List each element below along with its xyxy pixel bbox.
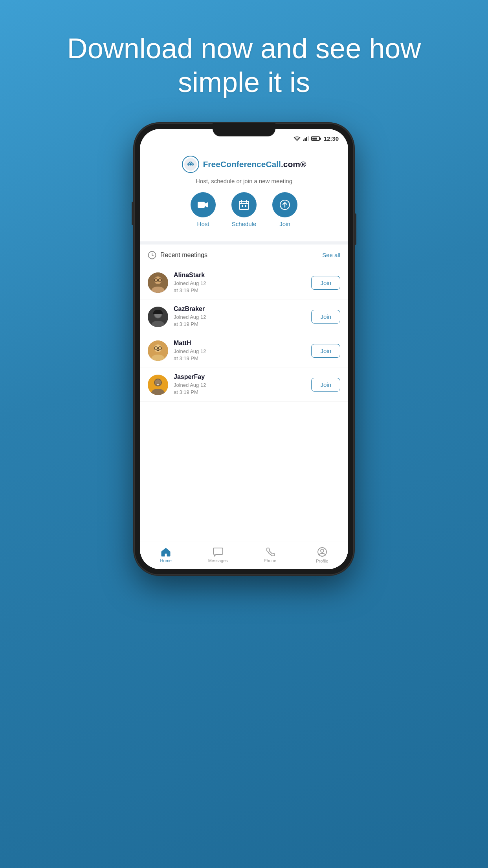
- nav-label-messages: Messages: [208, 558, 228, 563]
- schedule-icon-circle: [231, 192, 257, 217]
- logo-suffix: .com®: [281, 160, 306, 169]
- meeting-name-caz: CazBraker: [174, 305, 306, 313]
- meeting-name-matt: MattH: [174, 340, 306, 347]
- recent-meetings-section: Recent meetings See all: [140, 245, 348, 541]
- nav-item-messages[interactable]: Messages: [192, 547, 244, 563]
- clock-icon: [148, 251, 156, 259]
- recent-header-left: Recent meetings: [148, 251, 207, 259]
- status-time: 12:30: [324, 135, 339, 142]
- schedule-label: Schedule: [232, 221, 257, 227]
- svg-point-7: [189, 163, 192, 166]
- status-icons: 12:30: [294, 135, 339, 142]
- wifi-icon: [294, 136, 301, 142]
- join-main-label: Join: [279, 221, 290, 227]
- phone-icon: [265, 547, 275, 557]
- video-camera-icon: [197, 200, 209, 210]
- svg-rect-4: [308, 136, 309, 141]
- phone-screen: 12:30: [140, 129, 348, 569]
- join-button-jasper[interactable]: Join: [311, 378, 340, 392]
- bottom-nav: Home Messages Phone: [140, 541, 348, 569]
- recent-meetings-title: Recent meetings: [160, 252, 207, 259]
- meeting-info-jasper: JasperFay Joined Aug 12 at 3:19 PM: [174, 373, 306, 396]
- svg-rect-9: [239, 201, 249, 210]
- join-icon-circle: [272, 192, 297, 217]
- avatar-alina: [148, 272, 168, 293]
- meeting-time-matt: Joined Aug 12 at 3:19 PM: [174, 348, 306, 362]
- meeting-time-jasper: Joined Aug 12 at 3:19 PM: [174, 382, 306, 396]
- logo-section: FreeConferenceCall.com® Host, schedule o…: [140, 146, 348, 241]
- meeting-item-jasper: JasperFay Joined Aug 12 at 3:19 PM Join: [140, 368, 348, 402]
- battery-icon: [311, 136, 320, 141]
- messages-icon: [213, 547, 223, 557]
- app-tagline: Host, schedule or join a new meeting: [196, 178, 292, 184]
- meeting-item-alina: AlinaStark Joined Aug 12 at 3:19 PM Join: [140, 266, 348, 300]
- avatar-matt: [148, 340, 168, 361]
- meeting-name-jasper: JasperFay: [174, 373, 306, 381]
- avatar-jasper: [148, 375, 168, 395]
- hero-title: Download now and see how simple it is: [0, 31, 488, 99]
- svg-rect-8: [198, 202, 205, 208]
- section-divider: [140, 241, 348, 245]
- join-button-alina[interactable]: Join: [311, 276, 340, 290]
- app-content: FreeConferenceCall.com® Host, schedule o…: [140, 146, 348, 569]
- schedule-button[interactable]: Schedule: [231, 192, 257, 227]
- host-icon-circle: [191, 192, 216, 217]
- meeting-time-caz: Joined Aug 12 at 3:19 PM: [174, 314, 306, 328]
- meeting-info-alina: AlinaStark Joined Aug 12 at 3:19 PM: [174, 272, 306, 294]
- nav-item-profile[interactable]: Profile: [296, 547, 349, 563]
- meeting-info-caz: CazBraker Joined Aug 12 at 3:19 PM: [174, 305, 306, 328]
- profile-icon: [317, 547, 327, 557]
- nav-item-home[interactable]: Home: [140, 547, 192, 563]
- meeting-item-matt: MattH Joined Aug 12 at 3:19 PM Join: [140, 334, 348, 368]
- home-icon: [161, 547, 171, 557]
- join-button[interactable]: Join: [272, 192, 297, 227]
- meeting-name-alina: AlinaStark: [174, 272, 306, 279]
- avatar-caz: [148, 307, 168, 327]
- action-buttons: Host: [191, 192, 297, 235]
- meeting-info-matt: MattH Joined Aug 12 at 3:19 PM: [174, 340, 306, 362]
- svg-rect-14: [245, 205, 246, 207]
- app-logo-icon: [182, 156, 199, 173]
- nav-label-home: Home: [160, 558, 172, 563]
- join-button-caz[interactable]: Join: [311, 310, 340, 324]
- phone-notch: [213, 123, 275, 136]
- svg-point-38: [321, 549, 324, 552]
- nav-item-phone[interactable]: Phone: [244, 547, 296, 563]
- join-button-matt[interactable]: Join: [311, 344, 340, 358]
- signal-icon: [303, 136, 309, 141]
- calendar-icon: [238, 199, 250, 210]
- host-button[interactable]: Host: [191, 192, 216, 227]
- svg-rect-13: [242, 205, 243, 207]
- meeting-item-caz: CazBraker Joined Aug 12 at 3:19 PM Join: [140, 300, 348, 334]
- see-all-button[interactable]: See all: [322, 252, 340, 258]
- logo-container: FreeConferenceCall.com®: [182, 156, 306, 173]
- phone-mockup: 12:30: [134, 123, 354, 575]
- nav-label-profile: Profile: [316, 559, 328, 563]
- recent-meetings-header: Recent meetings See all: [140, 245, 348, 266]
- svg-point-0: [296, 140, 297, 141]
- meeting-time-alina: Joined Aug 12 at 3:19 PM: [174, 280, 306, 294]
- svg-rect-2: [305, 138, 306, 141]
- svg-line-18: [152, 255, 154, 256]
- host-label: Host: [197, 221, 209, 227]
- nav-label-phone: Phone: [264, 558, 276, 563]
- upload-arrow-icon: [279, 199, 290, 210]
- svg-rect-3: [306, 137, 307, 141]
- svg-rect-1: [303, 140, 304, 141]
- logo-text: FreeConferenceCall.com®: [203, 160, 306, 169]
- logo-brand: FreeConferenceCall: [203, 160, 281, 169]
